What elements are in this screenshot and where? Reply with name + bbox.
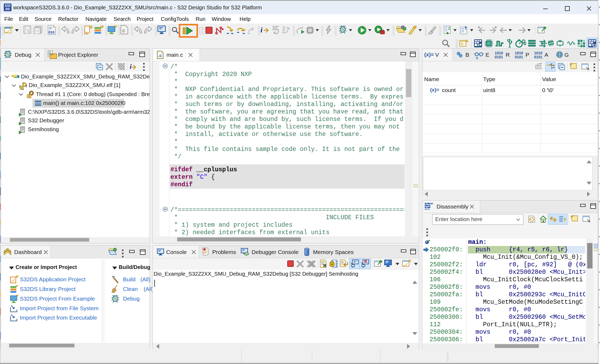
svg-text:i: i <box>130 63 132 70</box>
svg-text:.c: .c <box>158 53 162 58</box>
svg-text:010: 010 <box>49 30 54 34</box>
svg-text:c: c <box>122 28 125 33</box>
svg-text:i: i <box>260 26 263 34</box>
